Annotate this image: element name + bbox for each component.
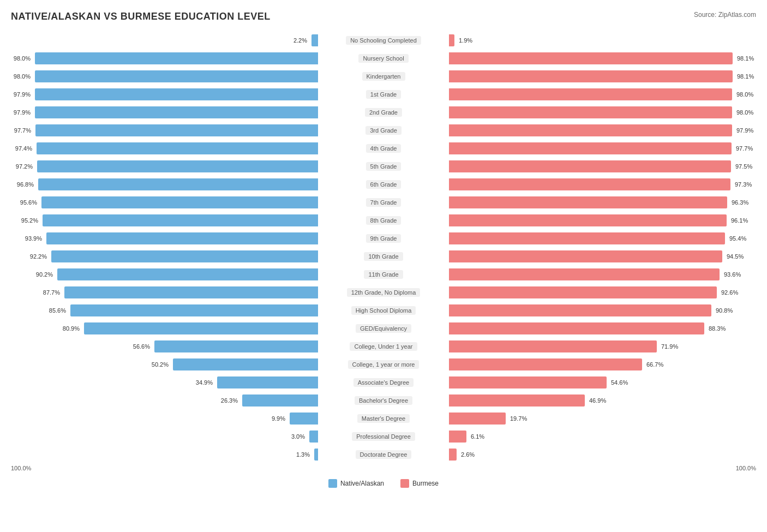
legend-native-label: Native/Alaskan bbox=[340, 480, 384, 487]
center-label: 1st Grade bbox=[366, 90, 401, 99]
legend-burmese: Burmese bbox=[400, 479, 439, 488]
bar-wrapper: 97.2% 5th Grade 97.5% bbox=[11, 158, 756, 175]
center-label: Master's Degree bbox=[357, 414, 410, 423]
left-value: 56.6% bbox=[133, 343, 150, 350]
table-row: 93.9% 9th Grade 95.4% bbox=[11, 230, 756, 247]
right-value: 98.1% bbox=[737, 73, 754, 80]
right-bar: 54.6% bbox=[449, 376, 607, 388]
right-value: 19.7% bbox=[510, 415, 527, 422]
left-value: 9.9% bbox=[272, 415, 285, 422]
left-value: 97.4% bbox=[15, 145, 32, 152]
bar-wrapper: 97.4% 4th Grade 97.7% bbox=[11, 140, 756, 157]
right-value: 97.3% bbox=[735, 181, 752, 188]
right-bar: 71.9% bbox=[449, 340, 657, 352]
table-row: 85.6% High School Diploma 90.8% bbox=[11, 302, 756, 319]
bar-wrapper: 98.0% Nursery School 98.1% bbox=[11, 50, 756, 67]
right-bar: 97.7% bbox=[449, 142, 732, 154]
left-bar: 97.2% bbox=[37, 160, 318, 172]
chart-legend: Native/Alaskan Burmese bbox=[11, 479, 756, 488]
bar-wrapper: 93.9% 9th Grade 95.4% bbox=[11, 230, 756, 247]
left-bar: 98.0% bbox=[35, 52, 318, 64]
right-bar: 97.5% bbox=[449, 160, 731, 172]
bar-wrapper: 95.2% 8th Grade 96.1% bbox=[11, 212, 756, 229]
table-row: 3.0% Professional Degree 6.1% bbox=[11, 428, 756, 445]
center-label: High School Diploma bbox=[351, 306, 416, 315]
right-value: 71.9% bbox=[661, 343, 678, 350]
right-bar: 97.9% bbox=[449, 124, 732, 136]
right-bar: 96.1% bbox=[449, 214, 727, 226]
right-bar: 97.3% bbox=[449, 178, 730, 190]
table-row: 95.6% 7th Grade 96.3% bbox=[11, 194, 756, 211]
center-label: College, 1 year or more bbox=[348, 360, 420, 369]
right-bar: 93.6% bbox=[449, 268, 720, 280]
left-bar: 85.6% bbox=[70, 304, 318, 316]
left-value: 97.2% bbox=[16, 163, 33, 170]
center-label: Professional Degree bbox=[352, 432, 415, 441]
bar-wrapper: 56.6% College, Under 1 year 71.9% bbox=[11, 338, 756, 355]
left-bar: 34.9% bbox=[217, 376, 318, 388]
left-bar: 97.9% bbox=[35, 106, 318, 118]
right-value: 66.7% bbox=[646, 361, 663, 368]
center-label-wrapper: 7th Grade bbox=[318, 194, 449, 211]
center-label: Kindergarten bbox=[362, 72, 405, 81]
chart-rows: 2.2% No Schooling Completed 1.9% 98.0% N… bbox=[11, 32, 756, 463]
center-label-wrapper: 6th Grade bbox=[318, 176, 449, 193]
right-bar: 90.8% bbox=[449, 304, 711, 316]
center-label: 7th Grade bbox=[366, 198, 402, 207]
left-bar: 50.2% bbox=[173, 358, 318, 370]
table-row: 97.9% 2nd Grade 98.0% bbox=[11, 104, 756, 121]
table-row: 80.9% GED/Equivalency 88.3% bbox=[11, 320, 756, 337]
center-label: Nursery School bbox=[358, 54, 408, 63]
table-row: 96.8% 6th Grade 97.3% bbox=[11, 176, 756, 193]
right-value: 46.9% bbox=[589, 397, 606, 404]
right-value: 96.3% bbox=[732, 199, 748, 206]
left-value: 26.3% bbox=[221, 397, 238, 404]
legend-native: Native/Alaskan bbox=[328, 479, 384, 488]
center-label: 4th Grade bbox=[366, 144, 402, 153]
left-bar: 97.7% bbox=[35, 124, 318, 136]
bar-wrapper: 3.0% Professional Degree 6.1% bbox=[11, 428, 756, 445]
center-label: Associate's Degree bbox=[353, 378, 414, 387]
legend-burmese-label: Burmese bbox=[412, 480, 439, 487]
center-label-wrapper: College, 1 year or more bbox=[318, 356, 449, 373]
center-label: 2nd Grade bbox=[365, 108, 402, 117]
right-value: 1.9% bbox=[459, 37, 472, 44]
center-label-wrapper: 3rd Grade bbox=[318, 122, 449, 139]
bar-wrapper: 98.0% Kindergarten 98.1% bbox=[11, 68, 756, 85]
right-bar: 98.1% bbox=[449, 52, 733, 64]
center-label: 3rd Grade bbox=[365, 126, 402, 135]
right-bar: 2.6% bbox=[449, 449, 457, 461]
table-row: 95.2% 8th Grade 96.1% bbox=[11, 212, 756, 229]
bar-wrapper: 9.9% Master's Degree 19.7% bbox=[11, 410, 756, 427]
legend-native-color bbox=[328, 479, 337, 488]
bar-wrapper: 97.7% 3rd Grade 97.9% bbox=[11, 122, 756, 139]
bar-wrapper: 80.9% GED/Equivalency 88.3% bbox=[11, 320, 756, 337]
bar-wrapper: 2.2% No Schooling Completed 1.9% bbox=[11, 32, 756, 49]
left-value: 90.2% bbox=[36, 271, 53, 278]
right-bar: 94.5% bbox=[449, 250, 722, 262]
left-value: 3.0% bbox=[291, 433, 305, 440]
center-label-wrapper: High School Diploma bbox=[318, 302, 449, 319]
center-label-wrapper: Master's Degree bbox=[318, 410, 449, 427]
chart-source: Source: ZipAtlas.com bbox=[694, 11, 756, 19]
left-value: 96.8% bbox=[17, 181, 34, 188]
center-label-wrapper: 11th Grade bbox=[318, 266, 449, 283]
left-bar: 98.0% bbox=[35, 70, 318, 82]
right-value: 95.4% bbox=[729, 235, 746, 242]
left-value: 34.9% bbox=[196, 379, 213, 386]
right-value: 88.3% bbox=[709, 325, 726, 332]
center-label-wrapper: Bachelor's Degree bbox=[318, 392, 449, 409]
left-value: 85.6% bbox=[49, 307, 66, 314]
bar-wrapper: 1.3% Doctorate Degree 2.6% bbox=[11, 446, 756, 463]
center-label: GED/Equivalency bbox=[356, 324, 411, 333]
right-value: 97.9% bbox=[736, 127, 753, 134]
center-label-wrapper: 8th Grade bbox=[318, 212, 449, 229]
left-value: 97.9% bbox=[14, 91, 31, 98]
right-bar: 98.1% bbox=[449, 70, 733, 82]
table-row: 26.3% Bachelor's Degree 46.9% bbox=[11, 392, 756, 409]
chart-title: NATIVE/ALASKAN VS BURMESE EDUCATION LEVE… bbox=[11, 11, 271, 22]
center-label-wrapper: 2nd Grade bbox=[318, 104, 449, 121]
table-row: 34.9% Associate's Degree 54.6% bbox=[11, 374, 756, 391]
center-label: College, Under 1 year bbox=[350, 342, 417, 351]
chart-header: NATIVE/ALASKAN VS BURMESE EDUCATION LEVE… bbox=[11, 11, 756, 22]
